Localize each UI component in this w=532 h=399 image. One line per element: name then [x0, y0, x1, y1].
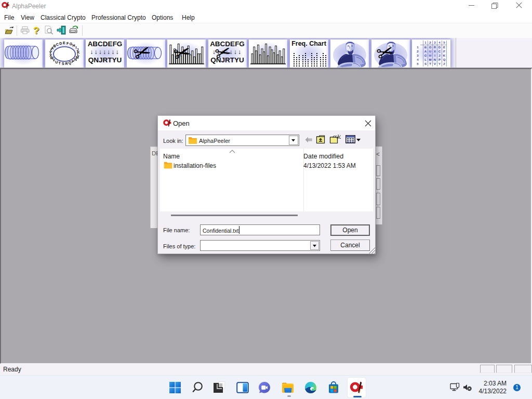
svg-text:P: P	[72, 60, 74, 63]
svg-text:G: G	[424, 54, 427, 57]
svg-text:H: H	[72, 44, 75, 47]
svg-text:Z: Z	[49, 48, 52, 52]
svg-text:X: X	[434, 50, 436, 53]
svg-text:C: C	[438, 50, 441, 53]
svg-text:A: A	[424, 50, 427, 53]
svg-text:N: N	[74, 58, 76, 61]
svg-text:5: 5	[417, 62, 419, 65]
svg-text:2: 2	[417, 50, 419, 53]
svg-text:S: S	[61, 62, 64, 65]
svg-text:U: U	[55, 60, 58, 64]
svg-text:T: T	[429, 62, 431, 65]
svg-text:1: 1	[424, 41, 427, 44]
svg-text:E: E	[63, 41, 65, 45]
svg-text:J: J	[438, 54, 440, 57]
svg-text:R: R	[434, 46, 436, 49]
svg-text:4: 4	[438, 41, 441, 44]
svg-text:P: P	[438, 58, 441, 61]
svg-text:D: D	[59, 42, 62, 45]
svg-text:D: D	[438, 46, 441, 49]
svg-text:K: K	[443, 54, 446, 57]
svg-text:2: 2	[429, 41, 431, 44]
svg-text:F: F	[66, 42, 69, 45]
svg-text:V: V	[434, 62, 436, 65]
svg-text:5: 5	[443, 41, 445, 44]
svg-text:1: 1	[417, 46, 419, 49]
svg-text:I: I	[434, 54, 435, 57]
svg-text:3: 3	[417, 54, 419, 57]
svg-text:F: F	[443, 50, 445, 53]
svg-text:Q: Q	[68, 61, 71, 65]
svg-text:B: B	[424, 46, 427, 49]
svg-text:E: E	[443, 46, 445, 49]
svg-text:B: B	[53, 44, 56, 48]
svg-text:C: C	[56, 43, 58, 46]
svg-text:T: T	[58, 61, 61, 65]
svg-text:Q: Q	[443, 58, 446, 61]
svg-text:M: M	[429, 58, 432, 61]
svg-text:Z: Z	[443, 62, 445, 65]
svg-text:S: S	[424, 62, 427, 65]
svg-text:N: N	[434, 58, 436, 61]
svg-text:U: U	[429, 50, 431, 53]
svg-text:O: O	[429, 46, 432, 49]
svg-text:Y: Y	[438, 62, 441, 65]
svg-text:4: 4	[417, 58, 419, 61]
svg-text:H: H	[429, 54, 431, 57]
svg-text:3: 3	[434, 41, 436, 44]
svg-text:R: R	[65, 62, 68, 65]
svg-text:L: L	[424, 58, 427, 61]
